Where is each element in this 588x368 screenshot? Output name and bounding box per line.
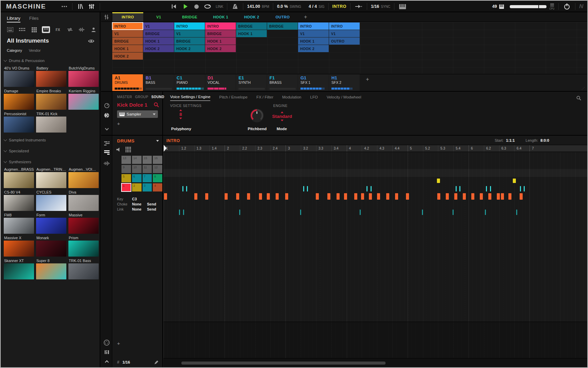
chevron-down-icon[interactable] [156,140,159,142]
library-item-cycles[interactable]: CYCLES [36,190,66,211]
prop-value[interactable]: C3 [132,197,147,201]
clip-cell-v1[interactable]: V1 [329,30,360,37]
note-kick[interactable] [344,193,347,200]
pad-4[interactable]: 4 [153,183,162,191]
sound-search-icon[interactable] [154,102,159,107]
note-hihat[interactable] [459,186,460,191]
pencil-edit-icon[interactable] [154,360,159,365]
pad-8[interactable]: 8 [153,174,162,182]
swing-value[interactable]: 0.0 % [277,4,288,9]
note-kick[interactable] [395,193,398,200]
plugin-tab-fx-filter[interactable]: FX / Filter [256,95,273,101]
ruler-tick-4[interactable]: 4 [347,145,362,152]
arrange-view-icon[interactable] [101,140,112,147]
clip-cell-intro[interactable]: INTRO [205,22,236,30]
scene-tab-bridge[interactable]: BRIDGE [174,12,205,21]
scene-tab-outro[interactable]: OUTRO [267,12,298,21]
clip-cell-hook-1[interactable]: HOOK 1 [298,37,329,45]
pad-1[interactable]: 1 [121,183,131,191]
tab-group[interactable]: GROUP [135,95,148,99]
group-tile-e1[interactable]: E1SYNTH [236,74,267,91]
clip-cell-hook-1[interactable]: HOOK 1 [112,45,143,52]
ruler-tick-3.3[interactable]: 3.3 [316,145,331,152]
pad-16[interactable]: 16 [153,156,162,164]
note-hihat[interactable] [182,186,183,191]
ruler-tick-6.3[interactable]: 6.3 [499,145,514,152]
midi-icon[interactable] [101,339,112,346]
sounds-icon[interactable] [30,26,38,33]
note-kick[interactable] [354,193,357,200]
note-snare[interactable] [300,210,301,215]
note-snare[interactable] [485,210,486,215]
ruler-tick-5[interactable]: 5 [408,145,423,152]
note-kick[interactable] [437,193,440,200]
scene-tab-hook-1[interactable]: HOOK 1 [205,12,236,21]
scrollbar-thumb[interactable] [181,362,386,365]
library-item-massive[interactable]: Massive [68,213,99,234]
clip-cell-v1[interactable]: V1 [143,22,174,30]
note-kick[interactable] [369,193,372,200]
speaker-icon[interactable] [116,148,121,152]
decrement-icon[interactable] [179,118,182,119]
clip-cell-bridge[interactable]: BRIDGE [236,22,267,30]
clip-cell-hook-2[interactable]: HOOK 2 [112,52,143,60]
clip-cell-hook-1[interactable]: HOOK 1 [205,37,236,45]
samples-icon[interactable] [78,26,86,33]
note-kick[interactable] [327,193,330,200]
library-item-cs-80-v4[interactable]: CS-80 V4 [4,190,34,211]
note-kick[interactable] [471,193,474,200]
plugin-tab-velocity-modwheel[interactable]: Velocity / Modwheel [327,95,361,101]
note-kick[interactable] [463,193,466,200]
timeline-ruler[interactable]: 11.21.31.422.22.32.433.23.33.444.24.34.4… [164,145,587,152]
loops-icon[interactable] [66,26,74,33]
tab-files[interactable]: Files [29,16,38,22]
pad-14[interactable]: 14 [132,156,142,164]
collapse-control-chevron-icon[interactable] [101,125,112,133]
library-item-trk-01-kick[interactable]: TRK-01 Kick [36,112,66,133]
note-hihat[interactable] [186,186,187,191]
events-view-icon[interactable] [101,149,112,156]
note-kick[interactable] [259,193,262,200]
clip-cell-intro[interactable]: INTRO [298,22,329,30]
pad-13[interactable]: 13 [121,156,131,164]
ruler-tick-3.2[interactable]: 3.2 [301,145,316,152]
note-hihat[interactable] [520,186,521,191]
pad-3[interactable]: 3 [143,183,152,191]
ruler-tick-1.3[interactable]: 1.3 [194,145,210,152]
ruler-tick-3[interactable]: 3 [285,145,301,152]
clip-cell-hook-1[interactable]: HOOK 1 [236,30,267,37]
clip-cell-intro[interactable]: INTRO [112,22,143,30]
library-section-specialized[interactable]: Specialized [1,145,100,156]
prop-extra[interactable]: Send [147,207,156,211]
note-kick[interactable] [454,193,457,200]
mixer-view-icon[interactable] [87,4,96,9]
arranger-settings-icon[interactable] [101,12,112,21]
fx-icon[interactable]: FX [54,26,62,33]
library-item-diva[interactable]: Diva [68,190,99,211]
note-hihat[interactable] [371,186,372,191]
panel-resize-handle[interactable]: ⋰ [582,87,585,90]
note-snare[interactable] [516,210,517,215]
pad-2[interactable]: 2 [132,183,142,191]
note-kick[interactable] [497,193,500,200]
pad-12[interactable]: 12 [153,165,162,173]
library-item-butchvigdrums[interactable]: ButchVigDrums [68,66,99,87]
note-kick[interactable] [501,193,504,200]
library-item-fm8[interactable]: FM8 [4,213,34,234]
menu-dots-icon[interactable] [60,6,68,7]
note-kick[interactable] [361,193,364,200]
note-kick[interactable] [164,193,167,200]
ruler-tick-4.4[interactable]: 4.4 [392,145,408,152]
ruler-tick-2.4[interactable]: 2.4 [271,145,286,152]
pattern-name[interactable]: INTRO [166,138,180,143]
group-tile-g1[interactable]: G1SFX 1 [298,74,329,91]
note-kick[interactable] [406,193,409,200]
note-snare[interactable] [183,210,184,215]
prop-extra[interactable]: Send [147,202,156,206]
clip-cell-bridge[interactable]: BRIDGE [174,37,205,45]
note-snare[interactable] [422,210,423,215]
clip-cell-hook-2[interactable]: HOOK 2 [298,45,329,52]
note-hihat[interactable] [486,186,487,191]
eye-icon[interactable] [88,39,94,43]
note-hihat[interactable] [366,186,368,191]
